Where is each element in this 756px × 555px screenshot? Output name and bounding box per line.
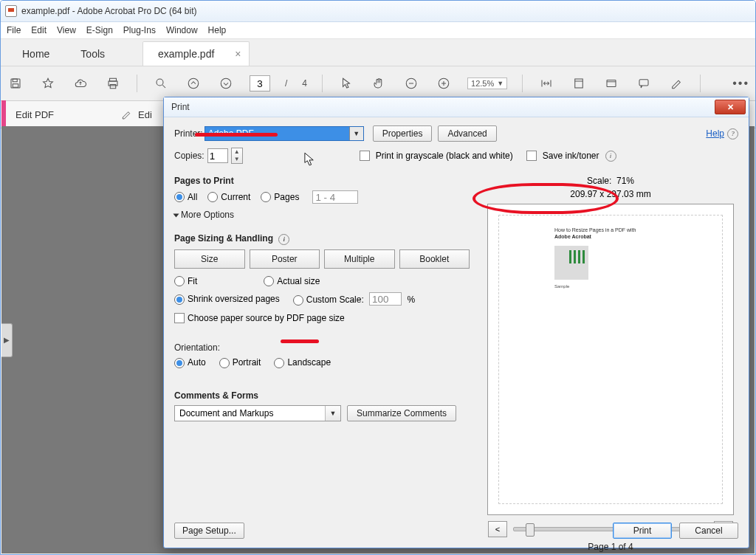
app-icon: [5, 5, 17, 17]
tab-home[interactable]: Home: [7, 41, 65, 66]
cloud-upload-icon[interactable]: [72, 75, 89, 92]
fit-page-icon[interactable]: [570, 75, 588, 92]
page-up-icon[interactable]: [185, 75, 202, 92]
cancel-button[interactable]: Cancel: [679, 523, 738, 539]
size-button[interactable]: Size: [174, 249, 245, 269]
choose-source-label: Choose paper source by PDF page size: [188, 313, 345, 323]
auto-radio[interactable]: [174, 358, 185, 368]
saveink-label: Save ink/toner: [543, 151, 599, 161]
multiple-button[interactable]: Multiple: [324, 249, 395, 269]
all-radio[interactable]: [174, 192, 185, 202]
booklet-button[interactable]: Booklet: [399, 249, 470, 269]
grayscale-checkbox[interactable]: [360, 151, 370, 161]
menu-esign[interactable]: E-Sign: [86, 25, 113, 35]
app-window: example.pdf - Adobe Acrobat Pro DC (64 b…: [0, 0, 756, 555]
dialog-titlebar: Print ✕: [164, 97, 749, 117]
menu-edit[interactable]: Edit: [31, 25, 47, 35]
copies-input[interactable]: [207, 148, 228, 163]
help-link[interactable]: Help: [706, 128, 724, 139]
window-title: example.pdf - Adobe Acrobat Pro DC (64 b…: [21, 6, 196, 16]
sign-icon[interactable]: [667, 75, 685, 92]
sizing-info-icon[interactable]: i: [278, 234, 289, 245]
help-info-icon[interactable]: ?: [727, 128, 738, 139]
hand-tool-icon[interactable]: [370, 75, 388, 92]
edit-pdf-label: Edit PDF: [16, 109, 54, 120]
page-sep: /: [285, 78, 287, 89]
landscape-radio[interactable]: [274, 358, 284, 368]
menu-help[interactable]: Help: [208, 25, 227, 35]
summarize-button[interactable]: Summarize Comments: [347, 405, 456, 421]
tab-document[interactable]: example.pdf ×: [142, 41, 249, 66]
comments-value: Document and Markups: [179, 408, 273, 418]
pages-radio[interactable]: [261, 192, 271, 202]
print-icon[interactable]: [104, 75, 122, 92]
comments-heading: Comments & Forms: [174, 390, 470, 401]
menu-plugins[interactable]: Plug-Ins: [123, 25, 156, 35]
svg-rect-3: [110, 78, 117, 81]
zoom-combo[interactable]: 12.5%▼: [467, 77, 507, 89]
pages-to-print-heading: Pages to Print: [174, 176, 470, 186]
select-tool-icon[interactable]: [337, 75, 355, 92]
menu-view[interactable]: View: [57, 25, 76, 35]
tab-close-icon[interactable]: ×: [235, 42, 241, 66]
shrink-label: Shrink oversized pages: [188, 294, 280, 304]
star-icon[interactable]: [39, 75, 57, 92]
svg-rect-12: [607, 80, 616, 87]
menu-file[interactable]: File: [7, 25, 21, 35]
choose-source-checkbox[interactable]: [174, 313, 185, 323]
zoom-out-icon[interactable]: [402, 75, 420, 92]
copies-spinner[interactable]: ▲▼: [231, 148, 243, 164]
edit-icon: [120, 108, 132, 120]
menubar: File Edit View E-Sign Plug-Ins Window He…: [1, 22, 755, 39]
portrait-radio[interactable]: [219, 358, 230, 368]
svg-rect-11: [575, 79, 583, 88]
page-down-icon[interactable]: [217, 75, 235, 92]
all-label: All: [188, 192, 197, 202]
poster-button[interactable]: Poster: [250, 249, 320, 269]
read-mode-icon[interactable]: [602, 75, 620, 92]
page-setup-button[interactable]: Page Setup...: [174, 523, 244, 539]
menu-window[interactable]: Window: [166, 25, 198, 35]
saveink-info-icon[interactable]: i: [605, 151, 616, 162]
current-radio[interactable]: [207, 192, 218, 202]
preview-caption: Sample: [554, 284, 569, 289]
tab-document-label: example.pdf: [158, 42, 214, 66]
more-icon[interactable]: •••: [732, 77, 749, 90]
pages-label: Pages: [274, 192, 299, 202]
print-button[interactable]: Print: [613, 523, 672, 539]
comment-icon[interactable]: [635, 75, 653, 92]
close-button[interactable]: ✕: [715, 100, 746, 114]
edit-pdf[interactable]: Edit PDF: [16, 109, 54, 120]
triangle-right-icon: [173, 213, 179, 217]
annotation-underline: [195, 133, 278, 137]
fit-width-icon[interactable]: [537, 75, 555, 92]
zoom-in-icon[interactable]: [435, 75, 453, 92]
save-icon[interactable]: [7, 75, 24, 92]
edit-partial[interactable]: Edi: [120, 108, 152, 120]
active-tool-indicator: [1, 100, 6, 127]
saveink-checkbox[interactable]: [526, 151, 537, 161]
more-options[interactable]: More Options: [174, 210, 470, 220]
sidebar-expand[interactable]: ▶: [1, 323, 13, 357]
fit-radio[interactable]: [174, 276, 185, 286]
print-dialog: Print ✕ Printer: Adobe PDF ▼ Properties …: [163, 97, 749, 548]
scale-label: Scale:: [587, 176, 611, 186]
search-icon[interactable]: [152, 75, 170, 92]
svg-point-7: [188, 78, 199, 89]
page-number-input[interactable]: [250, 75, 270, 92]
pages-range-input[interactable]: [312, 190, 358, 204]
properties-button[interactable]: Properties: [373, 125, 433, 142]
shrink-radio[interactable]: [174, 294, 185, 305]
custom-scale-input[interactable]: [369, 292, 402, 306]
custom-radio[interactable]: [293, 295, 303, 306]
svg-rect-13: [639, 80, 648, 86]
toolbar: / 4 12.5%▼ •••: [1, 66, 755, 101]
advanced-button[interactable]: Advanced: [438, 125, 496, 142]
actual-radio[interactable]: [264, 276, 274, 286]
orientation-label: Orientation:: [174, 342, 470, 353]
comments-select[interactable]: Document and Markups ▼: [174, 405, 341, 421]
tab-strip: Home Tools example.pdf ×: [1, 39, 755, 66]
landscape-label: Landscape: [287, 357, 331, 368]
sizing-heading: Page Sizing & Handling i: [174, 233, 470, 245]
tab-tools[interactable]: Tools: [65, 41, 120, 66]
